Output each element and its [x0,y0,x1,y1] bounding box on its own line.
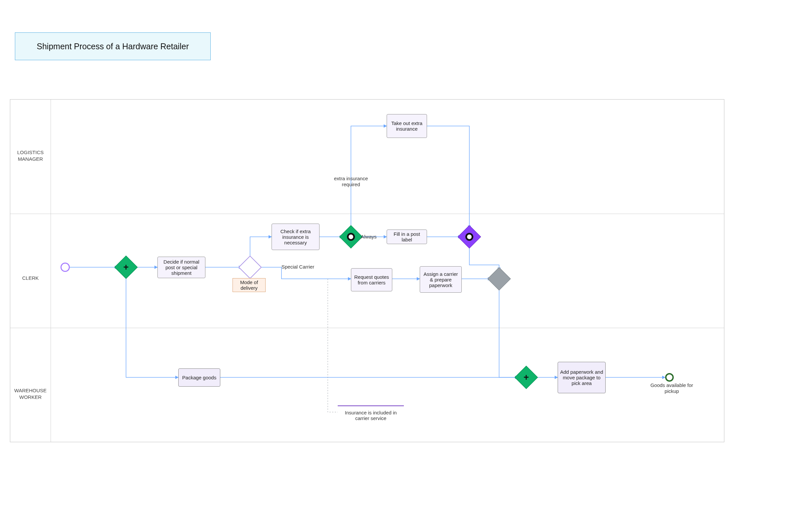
parallel-gateway-split[interactable]: + [114,256,138,279]
task-add-paperwork[interactable]: Add paperwork and move package to pick a… [557,362,606,393]
task-fill-label-label: Fill in a post label [388,231,425,242]
end-event[interactable] [665,373,674,382]
diagram-title-text: Shipment Process of a Hardware Retailer [37,42,189,51]
task-check-insurance-label: Check if extra insurance is necessary [273,229,318,245]
parallel-gateway-join[interactable]: + [515,366,538,389]
edge-label-end: Goods available for pickup [649,382,695,394]
task-check-insurance[interactable]: Check if extra insurance is necessary [272,224,319,250]
plus-icon: + [123,263,129,272]
edge-label-special: Special Carrier [281,264,314,270]
task-extra-insurance-label: Take out extra insurance [388,121,425,132]
ring-icon [347,233,355,241]
task-add-paperwork-label: Add paperwork and move package to pick a… [559,369,604,386]
annotation-mode-text: Mode of delivery [234,279,264,291]
task-assign-carrier[interactable]: Assign a carrier & prepare paperwork [420,266,462,293]
edge-label-end-text: Goods available for pickup [650,382,693,394]
diagram-title: Shipment Process of a Hardware Retailer [15,32,211,60]
lane-divider-2 [10,328,724,328]
text-annotation: Insurance is included in carrier service [338,405,404,424]
task-package-goods-label: Package goods [182,375,216,380]
task-assign-carrier-label: Assign a carrier & prepare paperwork [421,271,460,288]
lane-label-logistics: LOGISTICS MANAGER [10,149,50,162]
exclusive-gateway[interactable] [238,256,262,279]
plus-icon-2: + [523,373,529,382]
canvas: Shipment Process of a Hardware Retailer … [0,0,812,509]
task-decide[interactable]: Decide if normal post or special shipmen… [158,257,205,278]
lane-label-clerk: CLERK [10,275,50,281]
task-fill-label[interactable]: Fill in a post label [387,230,427,244]
annotation-mode: Mode of delivery [233,278,266,292]
lane-divider-1 [10,214,724,214]
edge-label-extra-required-text: extra insurance required [334,176,368,187]
bpmn-pool: LOGISTICS MANAGER CLERK WAREHOUSE WORKER [10,99,724,442]
exclusive-merge-gateway[interactable] [487,267,511,291]
task-extra-insurance[interactable]: Take out extra insurance [387,114,427,138]
edge-label-extra-required: extra insurance required [326,176,376,188]
lane-header-divider [50,100,51,442]
lane-label-clerk-text: CLERK [22,275,39,281]
task-decide-label: Decide if normal post or special shipmen… [159,259,204,276]
task-request-quotes-label: Request quotes from carriers [352,274,391,285]
task-package-goods[interactable]: Package goods [178,368,220,386]
task-request-quotes[interactable]: Request quotes from carriers [351,268,392,292]
edge-label-special-text: Special Carrier [281,264,314,270]
lane-label-warehouse: WAREHOUSE WORKER [10,387,50,400]
start-event[interactable] [61,263,70,272]
edge-label-always: Always [361,234,377,240]
ring-icon-2 [465,233,473,241]
text-annotation-text: Insurance is included in carrier service [339,410,403,421]
edge-label-always-text: Always [361,234,377,239]
lane-label-warehouse-text: WAREHOUSE WORKER [14,387,47,400]
lane-label-logistics-text: LOGISTICS MANAGER [17,149,44,162]
